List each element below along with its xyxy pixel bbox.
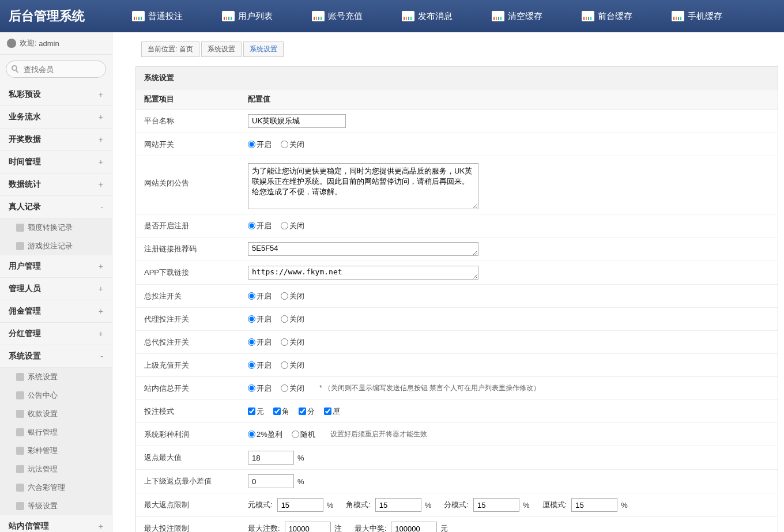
expand-icon: + <box>99 262 103 271</box>
submenu-item-10-0[interactable]: 系统设置 <box>0 368 112 386</box>
chart-icon <box>672 11 684 21</box>
sidebar-item-7[interactable]: 管理人员+ <box>0 278 112 300</box>
radio-superior-on[interactable]: 开启 <box>248 360 272 371</box>
input-max-count[interactable] <box>285 522 331 532</box>
submenu-item-10-5[interactable]: 玩法管理 <box>0 460 112 478</box>
radio-agentbet-on[interactable]: 开启 <box>248 314 272 325</box>
sidebar-item-8[interactable]: 佣金管理+ <box>0 300 112 323</box>
menu-item-icon <box>16 428 24 436</box>
welcome-prefix: 欢迎: <box>20 38 37 48</box>
check-yuan[interactable]: 元 <box>248 406 264 417</box>
check-fen[interactable]: 分 <box>299 406 315 417</box>
sidebar-item-10[interactable]: 系统设置- <box>0 345 112 368</box>
menu-item-icon <box>16 465 24 473</box>
radio-msg-off[interactable]: 关闭 <box>281 383 304 394</box>
nav-mobile-cache[interactable]: 手机缓存 <box>652 0 742 32</box>
textarea-close-notice[interactable]: 为了能让您访问更快更稳定，同时为您提供更高品质的服务，UK英联娱乐正在维护系统。… <box>248 163 478 209</box>
breadcrumb-home[interactable]: 当前位置: 首页 <box>141 41 199 57</box>
check-li[interactable]: 厘 <box>324 406 340 417</box>
radio-agentbet-off[interactable]: 关闭 <box>281 314 304 325</box>
nav-recharge[interactable]: 账号充值 <box>292 0 382 32</box>
welcome-user: admin <box>39 39 59 48</box>
sidebar-item-label: 业务流水 <box>9 112 41 122</box>
input-platform-name[interactable] <box>248 114 346 128</box>
chart-icon <box>222 11 235 21</box>
submenu-item-10-7[interactable]: 等级设置 <box>0 497 112 515</box>
submenu-item-5-0[interactable]: 额度转换记录 <box>0 218 112 237</box>
suffix-pct: % <box>297 454 304 462</box>
expand-icon: + <box>99 112 103 122</box>
sidebar-item-4[interactable]: 数据统计+ <box>0 173 112 196</box>
input-rebate-yuan[interactable] <box>277 498 323 512</box>
input-rebate-fen[interactable] <box>473 498 519 512</box>
input-rebate-diff[interactable] <box>248 474 294 488</box>
sidebar-item-label: 私彩预设 <box>9 89 41 100</box>
sidebar-item-2[interactable]: 开奖数据+ <box>0 129 112 151</box>
nav-front-cache[interactable]: 前台缓存 <box>562 0 652 32</box>
nav-ordinary-bet[interactable]: 普通投注 <box>112 0 202 32</box>
search-input[interactable] <box>6 61 106 78</box>
radio-site-off[interactable]: 关闭 <box>281 139 304 150</box>
label-total-bet: 总投注开关 <box>144 291 248 301</box>
radio-label: 关闭 <box>289 383 304 394</box>
sidebar-item-1[interactable]: 业务流水+ <box>0 106 112 129</box>
submenu-item-label: 等级设置 <box>28 501 58 511</box>
breadcrumb-current: 系统设置 <box>243 41 284 57</box>
input-rebate-max[interactable] <box>248 451 294 465</box>
user-icon <box>7 39 16 48</box>
sidebar-item-label: 数据统计 <box>9 179 41 190</box>
radio-totalbet-on[interactable]: 开启 <box>248 291 272 301</box>
radio-site-on[interactable]: 开启 <box>248 139 272 150</box>
radio-superior-off[interactable]: 关闭 <box>281 360 304 371</box>
submenu-item-5-1[interactable]: 游戏投注记录 <box>0 237 112 255</box>
sidebar-item-3[interactable]: 时间管理+ <box>0 151 112 173</box>
label-bet-mode: 投注模式 <box>144 406 248 417</box>
label-bet-limit: 最大投注限制 <box>144 523 248 532</box>
menu-item-icon <box>16 224 24 232</box>
sidebar-item-label: 真人记录 <box>9 202 41 212</box>
submenu-item-10-2[interactable]: 收款设置 <box>0 405 112 423</box>
breadcrumb-sys[interactable]: 系统设置 <box>201 41 242 57</box>
input-reg-code[interactable]: 5E5F54 <box>248 242 478 256</box>
radio-profit-2pct[interactable]: 2%盈利 <box>248 429 282 440</box>
label-close-notice: 网站关闭公告 <box>144 163 248 188</box>
nav-user-list[interactable]: 用户列表 <box>202 0 292 32</box>
input-max-win[interactable] <box>391 522 437 532</box>
nav-label: 手机缓存 <box>688 11 722 22</box>
sidebar-item-6[interactable]: 用户管理+ <box>0 255 112 278</box>
nav-clear-cache[interactable]: 清空缓存 <box>472 0 562 32</box>
radio-reg-on[interactable]: 开启 <box>248 221 272 231</box>
input-app-download[interactable]: https://www.fkym.net <box>248 266 478 280</box>
panel-title: 系统设置 <box>136 67 778 89</box>
sidebar-item-0[interactable]: 私彩预设+ <box>0 84 112 106</box>
radio-msg-on[interactable]: 开启 <box>248 383 272 394</box>
menu-item-icon <box>16 447 24 455</box>
menu-item-icon <box>16 484 24 492</box>
check-label: 元 <box>257 406 264 417</box>
submenu-item-10-1[interactable]: 公告中心 <box>0 386 112 405</box>
radio-label: 开启 <box>257 337 272 348</box>
menu-item-icon <box>16 242 24 250</box>
sidebar-item-label: 开奖数据 <box>9 134 41 145</box>
radio-profit-random[interactable]: 随机 <box>292 429 315 440</box>
radio-totalagent-off[interactable]: 关闭 <box>281 337 304 348</box>
input-rebate-li[interactable] <box>571 498 617 512</box>
radio-reg-off[interactable]: 关闭 <box>281 221 304 231</box>
submenu-item-label: 系统设置 <box>28 372 58 382</box>
check-jiao[interactable]: 角 <box>273 406 289 417</box>
radio-totalagent-on[interactable]: 开启 <box>248 337 272 348</box>
sidebar-item-11[interactable]: 站内信管理+ <box>0 515 112 532</box>
sidebar-item-9[interactable]: 分红管理+ <box>0 323 112 345</box>
radio-label: 开启 <box>257 360 272 371</box>
input-rebate-jiao[interactable] <box>375 498 421 512</box>
submenu-item-10-4[interactable]: 彩种管理 <box>0 442 112 460</box>
submenu-item-10-6[interactable]: 六合彩管理 <box>0 478 112 497</box>
radio-totalbet-off[interactable]: 关闭 <box>281 291 304 301</box>
sidebar-item-5[interactable]: 真人记录- <box>0 196 112 218</box>
nav-label: 普通投注 <box>148 11 183 22</box>
label-jiao-mode: 角模式: <box>346 500 371 510</box>
nav-publish-msg[interactable]: 发布消息 <box>382 0 472 32</box>
radio-label: 关闭 <box>289 221 304 231</box>
radio-label: 关闭 <box>289 337 304 348</box>
submenu-item-10-3[interactable]: 银行管理 <box>0 423 112 442</box>
